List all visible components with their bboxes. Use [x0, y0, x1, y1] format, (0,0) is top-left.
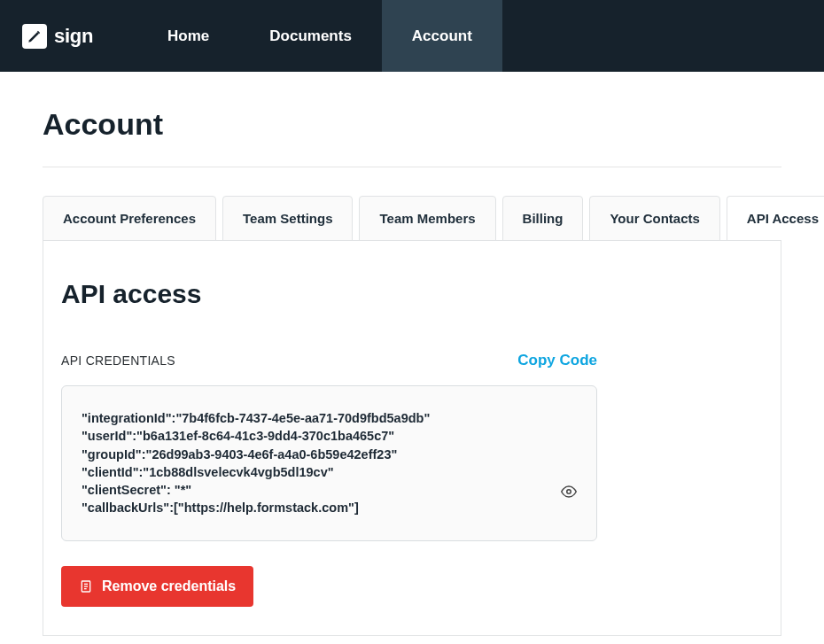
remove-credentials-button[interactable]: Remove credentials — [61, 566, 253, 607]
code-line: "integrationId":"7b4f6fcb-7437-4e5e-aa71… — [82, 409, 577, 427]
tab-team-members[interactable]: Team Members — [359, 196, 495, 241]
brand-name: sign — [54, 25, 93, 48]
credentials-header: API CREDENTIALS Copy Code — [61, 352, 597, 369]
nav-documents[interactable]: Documents — [239, 0, 382, 72]
tab-team-settings[interactable]: Team Settings — [222, 196, 353, 241]
pen-icon — [22, 24, 47, 49]
nav-home[interactable]: Home — [137, 0, 239, 72]
code-line: "clientSecret": "*" — [82, 481, 577, 499]
code-line: "clientId":"1cb88dlsvelecvk4vgb5dl19cv" — [82, 463, 577, 481]
tab-billing[interactable]: Billing — [502, 196, 584, 241]
eye-icon[interactable] — [561, 484, 577, 503]
tabs: Account Preferences Team Settings Team M… — [43, 196, 781, 241]
tab-api-access[interactable]: API Access — [727, 196, 824, 241]
svg-point-0 — [567, 490, 571, 494]
tab-panel-api-access: API access API CREDENTIALS Copy Code "in… — [43, 240, 781, 636]
nav-items: Home Documents Account — [137, 0, 502, 72]
page-container: Account Account Preferences Team Setting… — [0, 72, 824, 636]
top-nav: sign Home Documents Account — [0, 0, 824, 72]
code-line: "callbackUrls":["https://help.formstack.… — [82, 499, 577, 516]
credentials-code-box: "integrationId":"7b4f6fcb-7437-4e5e-aa71… — [61, 385, 597, 541]
section-title: API access — [61, 279, 763, 309]
document-icon — [79, 579, 93, 594]
remove-credentials-label: Remove credentials — [102, 578, 236, 594]
tab-your-contacts[interactable]: Your Contacts — [589, 196, 719, 241]
nav-account[interactable]: Account — [382, 0, 502, 72]
tab-account-preferences[interactable]: Account Preferences — [43, 196, 216, 241]
credentials-label: API CREDENTIALS — [61, 353, 175, 368]
brand-logo[interactable]: sign — [22, 24, 93, 49]
code-line: "userId":"b6a131ef-8c64-41c3-9dd4-370c1b… — [82, 427, 577, 445]
page-title: Account — [43, 107, 781, 167]
copy-code-link[interactable]: Copy Code — [517, 352, 597, 369]
code-line: "groupId":"26d99ab3-9403-4e6f-a4a0-6b59e… — [82, 446, 577, 463]
